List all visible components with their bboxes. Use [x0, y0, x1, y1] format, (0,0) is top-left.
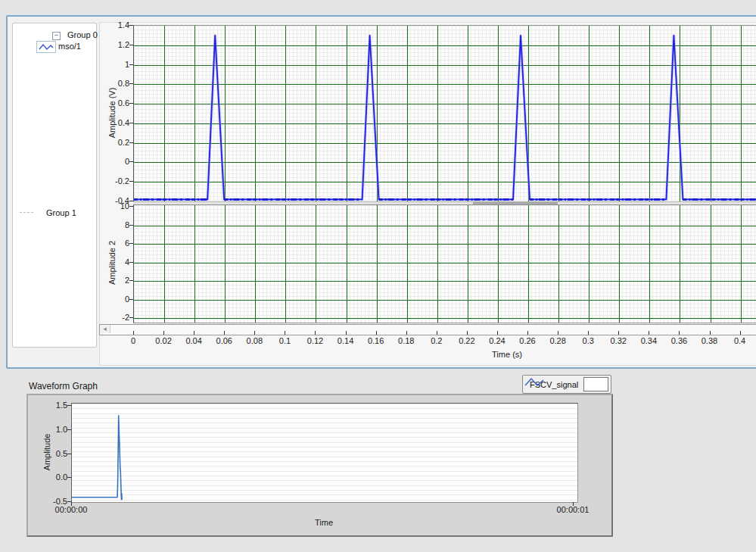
x-tick-label: 0.02	[155, 336, 171, 345]
x-tick-label: 0	[131, 336, 135, 345]
x-tick-label: 0.34	[641, 336, 657, 345]
y-tick-label: -0.2	[98, 176, 129, 186]
app-window: { "icons": { "left_arrow": "◂", "collaps…	[0, 0, 756, 552]
tick-mark	[315, 331, 316, 335]
x-axis-title-time-s: Time (s)	[492, 350, 522, 359]
tick-mark	[588, 331, 589, 335]
y-tick-label: 0.8	[98, 79, 129, 88]
tick-mark	[618, 331, 619, 335]
y-tick-label: 1	[98, 60, 129, 69]
tick-mark	[406, 331, 407, 335]
tick-mark	[129, 161, 133, 162]
tick-mark	[129, 123, 133, 123]
tick-mark	[376, 331, 377, 335]
waveform-graph-title: Waveform Graph	[29, 381, 98, 391]
tick-mark	[497, 331, 498, 335]
tick-mark	[129, 64, 133, 65]
waveform-icon	[36, 41, 56, 53]
x-tick-label: 0.12	[307, 336, 323, 345]
tree-collapse-icon[interactable]: −	[52, 32, 61, 40]
y-tick-label: 0.4	[98, 118, 129, 127]
y-axis-title-amplitude-v: Amplitude (V)	[107, 88, 117, 139]
tick-mark	[129, 206, 133, 207]
legend-waveform-icon	[583, 377, 608, 391]
channel-tree: − Group 0 mso/1 Group 1	[12, 23, 97, 348]
tick-mark	[285, 331, 285, 335]
x-tick-label: 00:00:00	[55, 505, 88, 514]
x-tick-label: 0.22	[459, 336, 474, 345]
graph-h-scrollbar[interactable]: ◂	[99, 324, 756, 335]
x-tick-label: 0.24	[489, 336, 505, 345]
x-tick-label: 0.32	[611, 336, 627, 345]
y-tick-label: 4	[98, 257, 129, 267]
tree-connector-line	[20, 212, 33, 213]
y-tick-label: -2	[98, 313, 129, 322]
plot-divider	[133, 201, 756, 204]
y-tick-label: 1.0	[36, 425, 67, 434]
tick-mark	[129, 201, 133, 201]
tree-item-mso1[interactable]: mso/1	[58, 42, 81, 51]
tick-mark	[129, 225, 133, 226]
y-tick-label: 0.0	[36, 472, 67, 482]
tick-mark	[467, 331, 468, 335]
tick-mark	[129, 25, 133, 26]
x-tick-label: 0.18	[398, 336, 414, 345]
y-tick-label: 8	[98, 220, 129, 229]
y-tick-label: 2	[98, 276, 129, 285]
y-tick-label: 1.4	[98, 20, 129, 30]
x-tick-label: 0.38	[702, 336, 717, 345]
x-tick-label: 0.14	[338, 336, 353, 345]
tick-mark	[129, 83, 133, 84]
y-tick-label: 6	[98, 239, 129, 248]
tick-mark	[437, 331, 437, 335]
tree-item-group0[interactable]: Group 0	[67, 30, 98, 39]
x-tick-label: 0.2	[431, 336, 442, 345]
x-tick-label: 0.36	[671, 336, 687, 345]
y-tick-label: 0.2	[98, 138, 129, 147]
scrollbar-left-arrow-icon[interactable]: ◂	[100, 325, 110, 333]
tick-mark	[67, 429, 71, 430]
tick-mark	[649, 331, 649, 335]
x-tick-label: 0.3	[583, 336, 594, 345]
tree-item-group1[interactable]: Group 1	[46, 208, 76, 217]
tick-mark	[129, 181, 133, 182]
tick-mark	[129, 317, 133, 318]
x-tick-label: 0.1	[279, 336, 291, 345]
tick-mark	[129, 243, 133, 244]
x-tick-label: 00:00:01	[557, 505, 590, 514]
y-tick-label: 0.5	[36, 449, 67, 458]
tick-mark	[558, 331, 558, 335]
tick-mark	[129, 103, 133, 104]
tick-mark	[710, 331, 711, 335]
tick-mark	[740, 331, 741, 335]
tick-mark	[129, 142, 133, 143]
x-tick-label: 0.28	[549, 336, 565, 345]
tick-mark	[129, 299, 133, 300]
tick-mark	[129, 262, 133, 263]
tick-mark	[163, 331, 164, 335]
y-tick-label: 10	[98, 201, 129, 211]
y-tick-label: 0	[98, 295, 129, 304]
x-tick-label: 0.06	[216, 336, 232, 345]
tick-mark	[129, 45, 133, 45]
y-tick-label: 1.2	[98, 40, 129, 49]
tick-mark	[129, 280, 133, 281]
x-tick-label: 0.26	[519, 336, 535, 345]
waveform-plot-area	[71, 403, 578, 503]
tick-mark	[679, 331, 680, 335]
y-tick-label: 0	[98, 157, 129, 166]
tick-mark	[133, 331, 134, 335]
plot-area-amplitude	[133, 25, 756, 202]
plot-divider-handle[interactable]	[473, 201, 558, 204]
y-tick-label: 0.6	[98, 98, 129, 108]
tick-mark	[224, 331, 225, 335]
legend-fscv-signal[interactable]: FSCV_signal	[522, 375, 611, 394]
plot-area-amplitude-2	[133, 204, 756, 323]
y-tick-label: 1.5	[36, 401, 67, 410]
x-tick-label: 0.08	[247, 336, 263, 345]
tick-mark	[67, 405, 71, 406]
tick-mark	[67, 477, 71, 478]
tick-mark	[254, 331, 255, 335]
tick-mark	[527, 331, 528, 335]
x-tick-label: 0.16	[368, 336, 384, 345]
